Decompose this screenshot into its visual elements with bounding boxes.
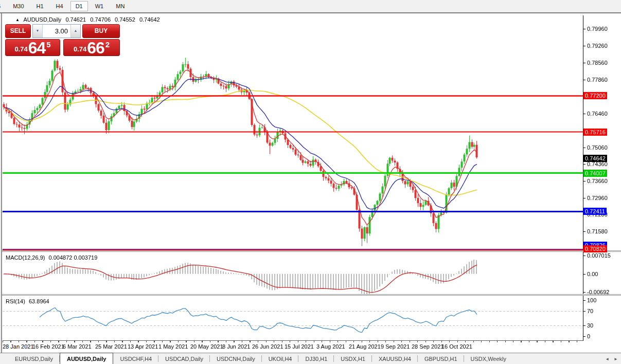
- rsi-axis-tick-label: 70: [587, 307, 593, 315]
- tab-scroll-left-icon[interactable]: ◄: [605, 357, 609, 361]
- level-price-label: 0.75716: [583, 129, 607, 136]
- collapse-trade-panel-icon[interactable]: ▲: [15, 17, 20, 22]
- timeframe-button-5[interactable]: 5: [0, 1, 6, 11]
- price-axis-tick-label: 0.79260: [587, 42, 608, 49]
- time-axis-label: 28 Jan 2021: [3, 343, 34, 350]
- chart-tab-audusd-daily[interactable]: AUDUSD,Daily: [60, 353, 113, 364]
- time-axis-label: 21 Aug 2021: [349, 343, 381, 350]
- axis-tick-mark: [583, 256, 585, 256]
- price-axis-tick-label: 0.79960: [587, 25, 608, 32]
- sell-price-pip: 5: [46, 40, 50, 49]
- time-axis-label: 26 Jun 2021: [252, 343, 283, 350]
- axis-tick-mark: [583, 311, 585, 312]
- axis-tick-mark: [583, 80, 585, 80]
- sell-price-big: 64: [28, 40, 46, 56]
- time-axis-label: 6 Mar 2021: [63, 343, 92, 350]
- time-axis-label: 8 Jun 2021: [222, 343, 250, 350]
- axis-tick-mark: [583, 46, 585, 46]
- level-price-label: 0.77200: [583, 92, 607, 99]
- current-price-label: 0.74642: [583, 155, 607, 162]
- timeframe-button-mn[interactable]: MN: [111, 1, 130, 11]
- price-axis-tick-label: 0.76460: [587, 110, 608, 117]
- price-axis-tick-label: 0.72960: [587, 194, 608, 202]
- timeframe-toolbar: 5M30H1H4D1W1MN: [0, 0, 621, 12]
- chart-tab-usdcnh-daily[interactable]: USDCNH,Daily: [210, 353, 262, 364]
- chart-tab-ukoil-h4[interactable]: UKOil,H4: [262, 353, 299, 364]
- time-axis-label: 13 Apr 2021: [128, 343, 158, 350]
- axis-tick-mark: [583, 148, 585, 148]
- mt4-terminal: { "toolbar": { "timeframes": [ {"label":…: [0, 0, 621, 364]
- axis-tick-mark: [583, 164, 585, 165]
- rsi-axis-tick-label: 100: [587, 297, 596, 304]
- rsi-axis-tick-label: 30: [587, 322, 593, 329]
- chart-tab-xauusd-h4[interactable]: XAUUSD,H4: [372, 353, 418, 364]
- macd-name: MACD(12,26,9): [6, 254, 45, 261]
- chart-tab-usdx-weekly[interactable]: USDX,Weekly: [464, 353, 513, 364]
- axis-tick-mark: [583, 181, 585, 181]
- macd-values: 0.004872 0.003719: [48, 254, 97, 261]
- chart-tab-usdcad-daily[interactable]: USDCAD,Daily: [158, 353, 210, 364]
- chart-tab-usdx-h1[interactable]: USDX,H1: [334, 353, 372, 364]
- axis-tick-mark: [583, 63, 585, 63]
- buy-price-panel[interactable]: 0.74 66 2: [63, 39, 120, 56]
- ohlc-open: 0.74621: [65, 16, 86, 23]
- time-axis-label: 3 Aug 2021: [316, 343, 345, 350]
- sell-price-panel[interactable]: 0.74 64 5: [5, 39, 60, 56]
- axis-tick-mark: [583, 292, 585, 293]
- one-click-trading-widget: SELL ▼ ▲ BUY 0.74 64 5 0.74 66 2: [5, 24, 120, 56]
- macd-label: MACD(12,26,9) 0.004872 0.003719: [6, 254, 99, 261]
- rsi-chart-canvas[interactable]: [3, 296, 583, 341]
- macd-panel-divider[interactable]: [0, 250, 621, 252]
- rsi-axis-tick-label: 0: [587, 333, 590, 340]
- level-price-label: 0.74007: [583, 170, 607, 177]
- chart-header: ▲ AUDUSD,Daily 0.74621 0.74706 0.74552 0…: [15, 16, 163, 23]
- timeframe-button-h1[interactable]: H1: [31, 1, 49, 11]
- axis-tick-mark: [583, 198, 585, 198]
- ohlc-high: 0.74706: [90, 16, 111, 23]
- chart-tab-bar: EURUSD,DailyAUDUSD,DailyUSDCHF,H4USDCAD,…: [0, 353, 621, 364]
- chart-tab-dj30-h1[interactable]: DJ30,H1: [298, 353, 334, 364]
- time-axis-label: 16 Feb 2021: [32, 343, 64, 350]
- axis-tick-mark: [583, 29, 585, 29]
- rsi-value: 63.8964: [29, 298, 49, 304]
- timeframe-button-h4[interactable]: H4: [51, 1, 68, 11]
- ohlc-close: 0.74642: [139, 16, 160, 23]
- time-axis-label: 25 Mar 2021: [95, 343, 127, 350]
- time-axis-label: 28 Sep 2021: [412, 343, 443, 350]
- timeframe-button-m30[interactable]: M30: [8, 1, 29, 11]
- chart-symbol-label: AUDUSD,Daily: [23, 16, 61, 23]
- buy-price-pip: 2: [105, 40, 110, 49]
- sell-button[interactable]: SELL: [5, 24, 31, 38]
- buy-button[interactable]: BUY: [82, 24, 120, 38]
- time-axis-label: 15 Jul 2021: [285, 343, 314, 350]
- chart-tab-usdchf-h4[interactable]: USDCHF,H4: [113, 353, 158, 364]
- time-axis-label: 16 Oct 2021: [441, 343, 472, 350]
- tab-scroll-right-icon[interactable]: ►: [614, 357, 618, 361]
- rsi-label: RSI(14) 63.8964: [6, 298, 51, 304]
- volume-input[interactable]: [43, 25, 70, 38]
- time-axis-label: 20 May 2021: [190, 343, 223, 350]
- chart-tabs: EURUSD,DailyAUDUSD,DailyUSDCHF,H4USDCAD,…: [0, 353, 513, 364]
- volume-decrease-button[interactable]: ▼: [33, 25, 43, 38]
- volume-increase-button[interactable]: ▲: [70, 25, 80, 38]
- rsi-name: RSI(14): [6, 298, 25, 304]
- chart-tab-eurusd-daily[interactable]: EURUSD,Daily: [8, 353, 60, 364]
- axis-tick-mark: [583, 274, 585, 275]
- window-left-border: [0, 13, 2, 353]
- macd-axis-tick-label: 0.00: [587, 270, 598, 278]
- axis-tick-mark: [583, 336, 585, 337]
- tab-scroll-buttons: ◄ ►: [605, 353, 618, 364]
- axis-tick-mark: [583, 300, 585, 301]
- macd-axis-tick-label: -0.00692: [587, 288, 609, 296]
- timeframe-button-d1[interactable]: D1: [70, 1, 88, 11]
- macd-axis-tick-label: 0.007015: [587, 252, 611, 259]
- rsi-panel-divider[interactable]: [0, 294, 621, 296]
- price-axis-tick-label: 0.71580: [587, 228, 608, 235]
- price-axis-tick-label: 0.78560: [587, 59, 608, 66]
- axis-tick-mark: [583, 231, 585, 232]
- level-price-label: 0.72411: [583, 208, 607, 215]
- timeframe-button-w1[interactable]: W1: [90, 1, 109, 11]
- chart-tab-gbpusd-h1[interactable]: GBPUSD,H1: [418, 353, 464, 364]
- time-axis-ticks: [3, 341, 583, 342]
- price-axis-tick-label: 0.77860: [587, 76, 608, 83]
